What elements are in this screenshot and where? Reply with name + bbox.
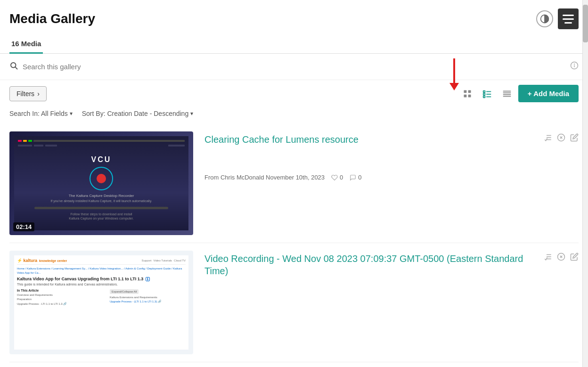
search-in-chevron: ▾	[70, 110, 73, 117]
thumbnail-1[interactable]: VCU The Kaltura Capture Desktop Recorder…	[9, 131, 193, 235]
menu-line-3	[564, 22, 572, 24]
media-info-1: Clearing Cache for Lumens resource From …	[204, 131, 532, 181]
page-header: Media Gallery	[0, 0, 588, 35]
search-icon	[9, 61, 18, 72]
remove-icon-1[interactable]	[557, 133, 565, 144]
thumb-toolbar	[18, 145, 185, 147]
playlist-icon-1[interactable]	[544, 133, 552, 144]
toolbar-right: + Add Media	[456, 85, 579, 102]
thumb2-description: This guide is intended for Kaltura admin…	[17, 282, 186, 287]
search-input[interactable]	[23, 63, 570, 71]
add-media-label: + Add Media	[528, 90, 569, 98]
thumb2-header: ⚡ kaltura knowledge center Support Video…	[17, 258, 186, 265]
scrollbar-thumb[interactable]	[583, 5, 588, 42]
search-in-filter[interactable]: Search In: All Fields ▾	[9, 110, 73, 117]
edit-icon-1[interactable]	[570, 133, 579, 144]
media-title-2[interactable]: Video Recording - Wed Nov 08 2023 07:09:…	[204, 253, 532, 277]
add-media-button[interactable]: + Add Media	[518, 85, 579, 102]
grid-view-button[interactable]	[459, 85, 476, 102]
thumb2-left-col: In This Article Overview and Requirement…	[17, 289, 107, 347]
menu-button[interactable]	[558, 8, 579, 29]
media-info-2: Video Recording - Wed Nov 08 2023 07:09:…	[204, 251, 532, 286]
search-in-label: Search In: All Fields	[9, 110, 68, 117]
header-controls	[536, 8, 579, 29]
thumb2-right-col: Expand/Collapse All Kaltura Extensions a…	[110, 289, 186, 347]
filters-label: Filters	[16, 90, 34, 98]
page-title: Media Gallery	[9, 11, 95, 26]
svg-rect-8	[464, 94, 466, 97]
media-meta-1: From Chris McDonald November 10th, 2023 …	[204, 174, 532, 181]
thumb-center: VCU The Kaltura Capture Desktop Recorder…	[18, 149, 185, 227]
media-title-1[interactable]: Clearing Cache for Lumens resource	[204, 133, 532, 146]
duration-badge-1: 02:14	[13, 222, 34, 231]
edit-icon-2[interactable]	[570, 253, 579, 263]
thumb2-doc-title: Kaltura Video App for Canvas Upgrading f…	[17, 277, 186, 281]
tab-16-media[interactable]: 16 Media	[9, 35, 43, 54]
media-comments-1: 0	[350, 174, 361, 181]
svg-rect-14	[483, 96, 485, 98]
scrollbar[interactable]	[582, 0, 588, 367]
media-list: VCU The Kaltura Capture Desktop Recorder…	[0, 124, 588, 362]
media-actions-1	[544, 131, 579, 144]
sort-by-filter[interactable]: Sort By: Creation Date - Descending ▾	[82, 110, 193, 117]
playlist-icon-2[interactable]	[544, 253, 552, 263]
thumb2-content: In This Article Overview and Requirement…	[17, 289, 186, 347]
media-actions-2	[544, 251, 579, 263]
compact-view-button[interactable]	[498, 85, 515, 102]
thumb-record-circle	[90, 167, 113, 190]
media-likes-1: 0	[331, 174, 343, 181]
media-author-date-1: From Chris McDonald November 10th, 2023	[204, 174, 325, 181]
svg-rect-12	[483, 93, 485, 95]
remove-icon-2[interactable]	[557, 253, 565, 263]
thumb-top-bar	[18, 140, 185, 142]
sort-by-label: Sort By: Creation Date - Descending	[82, 110, 188, 117]
contrast-button[interactable]	[536, 10, 553, 27]
media-item: VCU The Kaltura Capture Desktop Recorder…	[9, 124, 579, 243]
sort-by-chevron: ▾	[190, 110, 193, 117]
list-view-button[interactable]	[479, 85, 496, 102]
svg-rect-10	[483, 90, 485, 92]
filters-button[interactable]: Filters ›	[9, 86, 47, 101]
thumb2-breadcrumb: Home / Kaltura Extensions / Learning Man…	[17, 267, 186, 275]
media-item-2: ⚡ kaltura knowledge center Support Video…	[9, 243, 579, 362]
filter-sort-bar: Search In: All Fields ▾ Sort By: Creatio…	[0, 107, 588, 124]
svg-rect-7	[468, 90, 471, 93]
thumbnail-2[interactable]: ⚡ kaltura knowledge center Support Video…	[9, 251, 193, 354]
toolbar: Filters ›	[0, 80, 588, 107]
menu-line-1	[563, 15, 574, 16]
info-icon[interactable]	[570, 61, 579, 72]
tabs-bar: 16 Media	[0, 35, 588, 54]
filters-chevron-icon: ›	[37, 90, 40, 98]
arrow-head	[449, 83, 459, 90]
menu-line-2	[563, 18, 574, 20]
svg-rect-9	[468, 94, 471, 97]
search-bar	[0, 54, 588, 80]
svg-rect-6	[464, 90, 466, 93]
svg-line-2	[15, 67, 17, 69]
